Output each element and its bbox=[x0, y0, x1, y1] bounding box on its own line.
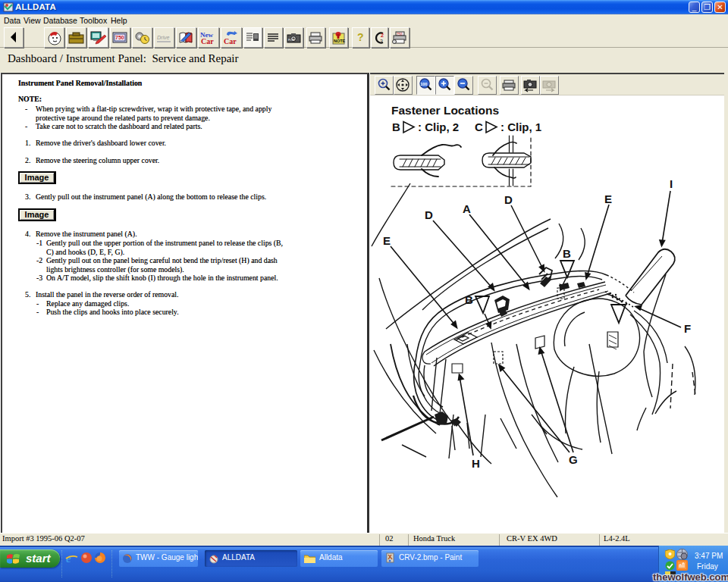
svg-text:2: 2 bbox=[381, 33, 384, 38]
svg-text:H: H bbox=[472, 457, 480, 470]
svg-text:2: 2 bbox=[380, 39, 383, 44]
svg-text:Fastener Locations: Fastener Locations bbox=[391, 104, 499, 117]
svg-text:D: D bbox=[504, 193, 513, 206]
svg-text:100: 100 bbox=[420, 82, 427, 86]
svg-text:Car: Car bbox=[201, 37, 214, 45]
svg-text:?: ? bbox=[357, 31, 364, 43]
svg-text:E: E bbox=[383, 234, 391, 247]
svg-text:750: 750 bbox=[115, 35, 124, 40]
svg-text:B: B bbox=[563, 247, 571, 260]
svg-text:Drive: Drive bbox=[157, 35, 169, 40]
svg-text:A: A bbox=[463, 202, 471, 215]
svg-text:C: C bbox=[475, 120, 483, 133]
svg-text:FOB: FOB bbox=[288, 38, 295, 42]
svg-text:D: D bbox=[425, 208, 433, 221]
svg-text:: Clip, 1: : Clip, 1 bbox=[500, 120, 541, 133]
svg-text:NOTE: NOTE bbox=[334, 39, 346, 43]
svg-text:E: E bbox=[604, 192, 612, 205]
svg-text:: Clip, 2: : Clip, 2 bbox=[418, 120, 459, 133]
svg-text:F: F bbox=[684, 322, 691, 335]
svg-text:I: I bbox=[670, 177, 673, 190]
svg-text:Car: Car bbox=[224, 37, 237, 45]
svg-text:B: B bbox=[392, 120, 400, 133]
svg-text:G: G bbox=[569, 453, 578, 466]
